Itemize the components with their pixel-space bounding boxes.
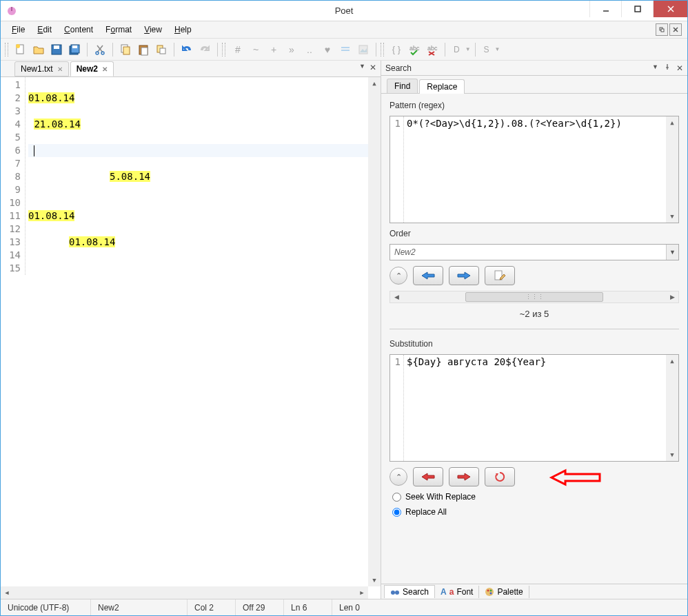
undo-icon[interactable] [179,41,195,58]
tab-replace[interactable]: Replace [419,79,465,94]
menu-content[interactable]: Content [59,23,99,36]
close-icon[interactable]: ✕ [102,65,108,73]
pattern-label: Pattern (regex) [389,101,679,110]
tilde-icon[interactable]: ~ [247,41,264,58]
horizontal-scrollbar[interactable]: ◀▶ [1,586,368,599]
search-panel-title: Search [385,63,412,73]
close-icon[interactable]: ✕ [57,65,63,73]
order-dropdown[interactable]: New2 ▼ [389,244,679,260]
tab-find[interactable]: Find [387,79,418,93]
svg-marker-39 [552,471,600,484]
copy-format-icon[interactable] [153,41,170,58]
braces-icon[interactable]: { } [388,41,405,58]
toolbar-grip-2[interactable] [222,43,225,57]
tab-label: New2 [77,64,98,74]
hash-icon[interactable]: # [230,41,246,58]
editor-tabs: New1.txt ✕ New2 ✕ ▼ ✕ [1,61,381,77]
svg-rect-24 [141,48,148,55]
edit-search-button[interactable] [485,266,515,285]
toolbar-grip[interactable] [5,43,8,57]
pin-icon[interactable] [664,63,671,73]
status-off: Off 29 [235,599,283,615]
spellcheck-off-icon[interactable]: abc [424,41,441,58]
svg-rect-26 [160,48,165,54]
toolbar: # ~ + » .. ♥ { } abc abc D ▼ S ▼ [1,39,687,61]
bottom-tab-palette[interactable]: Palette [479,586,529,598]
result-scrollbar[interactable]: ◀ ⋮⋮⋮ ▶ [389,291,679,303]
editor-pane: New1.txt ✕ New2 ✕ ▼ ✕ 123456789101112131… [1,61,381,599]
copy-icon[interactable] [117,41,134,58]
order-label: Order [389,229,679,238]
paste-icon[interactable] [135,41,152,58]
font-icon: A [441,587,447,597]
editor-body[interactable]: 123456789101112131415 01.08.14 21.08.14 … [1,77,381,599]
substitution-input[interactable]: 1 ${Day} августа 20${Year} ▲▼ [389,354,679,462]
titlebar: Poet [1,1,687,21]
image-icon[interactable] [355,41,372,58]
pattern-input[interactable]: 1 0*(?<Day>\d{1,2}).08.(?<Year>\d{1,2}) … [389,116,679,223]
cut-icon[interactable] [92,41,108,58]
collapse-button-2[interactable]: ⌃ [389,468,407,486]
heart-icon[interactable]: ♥ [319,41,336,58]
menu-view[interactable]: View [139,23,168,36]
menu-file[interactable]: File [6,23,30,36]
toolbar-dropdown-d[interactable]: D [449,45,464,54]
bottom-tab-search[interactable]: Search [384,585,435,598]
open-file-icon[interactable] [30,41,47,58]
status-encoding: Unicode (UTF-8) [1,599,90,615]
new-file-icon[interactable] [12,41,29,58]
next-match-button[interactable] [449,266,479,285]
dotdot-icon[interactable]: .. [301,41,318,58]
vertical-scrollbar[interactable]: ▲▼ [368,77,381,586]
status-col: Col 2 [187,599,235,615]
redo-icon[interactable] [196,41,213,58]
svg-rect-1 [11,7,12,11]
svg-point-40 [391,591,395,595]
replace-all-radio[interactable] [392,508,401,517]
tab-new2[interactable]: New2 ✕ [70,61,114,76]
svg-point-42 [485,588,494,596]
replace-next-button[interactable] [449,467,479,486]
tabs-close-icon[interactable]: ✕ [370,63,376,72]
menu-format[interactable]: Format [100,23,137,36]
panel-close-icon[interactable]: ✕ [676,63,683,73]
close-button[interactable] [653,1,687,17]
binoculars-icon [390,587,400,597]
app-window: Poet File Edit Content Format View Help [0,0,688,616]
svg-rect-27 [341,47,350,48]
menubar: File Edit Content Format View Help [1,21,687,39]
svg-rect-16 [72,45,77,48]
svg-rect-22 [123,47,130,54]
toolbar-dropdown-s[interactable]: S [480,45,494,54]
spellcheck-on-icon[interactable]: abc [406,41,423,58]
bottom-tab-font[interactable]: Aa Font [435,586,479,598]
toolbar-grip-3[interactable] [381,43,384,57]
collapse-button[interactable]: ⌃ [389,267,407,285]
svg-text:abc: abc [427,45,438,52]
menu-help[interactable]: Help [169,23,197,36]
bottom-tabs: Search Aa Font Palette [381,584,687,599]
svg-rect-7 [661,29,664,32]
tabs-menu-icon[interactable]: ▼ [359,63,365,72]
quote-icon[interactable]: » [283,41,300,58]
tab-new1[interactable]: New1.txt ✕ [14,61,69,76]
seek-with-replace-radio[interactable] [392,493,401,502]
replace-prev-button[interactable] [413,467,443,486]
panel-menu-icon[interactable]: ▼ [652,63,658,73]
format-icon[interactable] [337,41,354,58]
restore-view-button[interactable] [656,23,668,36]
svg-marker-36 [422,473,434,480]
svg-marker-33 [422,272,434,279]
plus-icon[interactable]: + [265,41,282,58]
status-len: Len 0 [332,599,687,615]
minimize-button[interactable] [589,1,621,17]
maximize-button[interactable] [621,1,653,17]
close-view-button[interactable] [669,23,682,36]
save-icon[interactable] [48,41,65,58]
svg-point-45 [490,592,492,594]
menu-edit[interactable]: Edit [32,23,57,36]
status-doc: New2 [90,599,187,615]
save-all-icon[interactable] [66,41,83,58]
replace-all-button[interactable] [485,467,515,486]
prev-match-button[interactable] [413,266,443,285]
